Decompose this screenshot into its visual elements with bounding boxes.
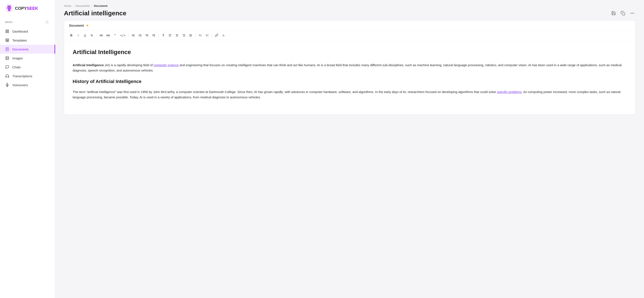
toolbar-indent-increase[interactable] — [151, 32, 157, 38]
content-intro-rest: (AI) is a rapidly developing field of — [104, 63, 153, 67]
star-icon[interactable]: ★ — [86, 23, 89, 27]
document-card: Document ★ B I U S H1 H2 “” </> — [64, 20, 636, 115]
menu-header: MENU — [0, 17, 55, 27]
history-p1-rest: , with advances in computer hardware, so… — [283, 90, 496, 94]
content-intro-bold: Artificial Intelligence — [72, 63, 104, 67]
breadcrumb: Home › Documents › Document — [64, 4, 636, 7]
content-history-paragraph: The term “artificial intelligence” was f… — [72, 89, 627, 100]
toolbar-sep-1 — [96, 33, 97, 37]
content-intro-link[interactable]: computer science — [154, 63, 179, 67]
toolbar-bold[interactable]: B — [68, 32, 74, 38]
doc-label: Document — [69, 24, 84, 27]
top-bar: Home › Documents › Document Artificial i… — [55, 0, 644, 20]
document-area: Document ★ B I U S H1 H2 “” </> — [55, 20, 644, 298]
toolbar-strike[interactable]: S — [89, 32, 95, 38]
voiceovers-label: Voiceovers — [12, 83, 28, 87]
voiceovers-icon — [5, 83, 9, 87]
toolbar-clear-format[interactable]: Ix — [220, 32, 226, 38]
toolbar-indent-decrease[interactable] — [144, 32, 150, 38]
dashboard-icon — [5, 29, 9, 33]
toolbar-paragraph[interactable]: ¶ — [160, 32, 166, 38]
editor-content[interactable]: Artificial Intelligence Artificial Intel… — [64, 40, 635, 114]
svg-point-28 — [633, 13, 634, 13]
breadcrumb-documents[interactable]: Documents — [76, 4, 90, 7]
svg-rect-25 — [622, 12, 625, 15]
svg-point-27 — [632, 13, 632, 13]
svg-rect-13 — [8, 30, 9, 31]
toolbar-h2[interactable]: H2 — [105, 32, 111, 38]
breadcrumb-home[interactable]: Home — [64, 4, 71, 7]
history-p1-start: The term “artificial intelligence” was f… — [72, 90, 274, 94]
templates-label: Templates — [12, 38, 27, 42]
toolbar-blockquote[interactable]: “” — [112, 32, 118, 38]
documents-label: Documents — [12, 47, 28, 51]
more-options-button[interactable] — [629, 10, 636, 16]
svg-point-35 — [139, 34, 139, 34]
toolbar-italic[interactable]: I — [75, 32, 81, 38]
toolbar-align-right[interactable] — [181, 32, 187, 38]
svg-rect-15 — [8, 32, 9, 33]
toolbar-code[interactable]: </> — [119, 32, 127, 38]
documents-icon — [5, 47, 9, 51]
toolbar-unordered-list[interactable] — [137, 32, 143, 38]
content-heading: Artificial Intelligence — [72, 47, 627, 57]
logo-area: COPYSEEK — [0, 0, 55, 16]
svg-rect-14 — [6, 32, 7, 33]
nav-item-documents[interactable]: Documents — [0, 45, 55, 54]
svg-point-37 — [139, 36, 139, 36]
history-italic: rapidly — [274, 90, 283, 94]
images-icon — [5, 56, 9, 60]
more-icon — [630, 11, 635, 15]
nav-item-images[interactable]: Images — [0, 54, 55, 63]
content-intro-paragraph: Artificial Intelligence (AI) is a rapidl… — [72, 62, 627, 73]
toolbar-sep-3 — [158, 33, 159, 37]
editor-toolbar: B I U S H1 H2 “” </> — [64, 31, 635, 40]
svg-point-7 — [8, 5, 8, 5]
toolbar-ordered-list[interactable] — [130, 32, 136, 38]
transcriptions-label: Transcriptions — [12, 74, 32, 78]
toolbar-sep-2 — [128, 33, 129, 37]
nav-item-chats[interactable]: Chats — [0, 63, 55, 71]
nav-item-voiceovers[interactable]: Voiceovers — [0, 80, 55, 89]
svg-point-9 — [10, 5, 11, 5]
nav-item-transcriptions[interactable]: Transcriptions — [0, 71, 55, 80]
svg-rect-10 — [8, 9, 10, 11]
nav-item-templates[interactable]: Templates — [0, 36, 55, 45]
breadcrumb-sep-2: › — [91, 4, 92, 7]
logo-icon — [5, 4, 13, 12]
toolbar-align-left[interactable] — [167, 32, 173, 38]
images-label: Images — [12, 56, 23, 60]
breadcrumb-current: Document — [94, 4, 108, 7]
toolbar-justify[interactable] — [188, 32, 194, 38]
toolbar-superscript[interactable]: X2 — [204, 32, 210, 38]
nav-item-dashboard[interactable]: Dashboard — [0, 27, 55, 36]
toolbar-sep-4 — [195, 33, 196, 37]
copy-icon — [620, 11, 625, 15]
svg-point-11 — [47, 22, 48, 23]
svg-rect-12 — [6, 30, 7, 31]
toolbar-h1[interactable]: H1 — [98, 32, 104, 38]
save-document-button[interactable] — [610, 10, 617, 16]
logo-text: COPYSEEK — [15, 6, 38, 11]
settings-icon-button[interactable] — [44, 19, 50, 25]
svg-point-5 — [10, 7, 10, 7]
transcriptions-icon — [5, 74, 9, 78]
toolbar-sep-5 — [212, 33, 212, 37]
chats-icon — [5, 65, 9, 69]
menu-label: MENU — [5, 21, 13, 23]
save-icon — [611, 11, 616, 15]
toolbar-subscript[interactable]: X2 — [197, 32, 203, 38]
copy-document-button[interactable] — [620, 10, 626, 16]
svg-point-1 — [7, 6, 11, 9]
history-link[interactable]: specific problems — [497, 90, 522, 94]
content-h2-history: History of Artificial Intelligence — [72, 77, 627, 85]
doc-card-header: Document ★ — [64, 20, 635, 31]
settings-icon — [45, 20, 49, 24]
toolbar-link[interactable] — [214, 32, 220, 38]
svg-point-26 — [630, 13, 631, 13]
svg-point-24 — [6, 57, 7, 58]
header-actions — [610, 10, 636, 16]
toolbar-underline[interactable]: U — [82, 32, 88, 38]
main-content: Home › Documents › Document Artificial i… — [55, 0, 644, 298]
toolbar-align-center[interactable] — [174, 32, 180, 38]
